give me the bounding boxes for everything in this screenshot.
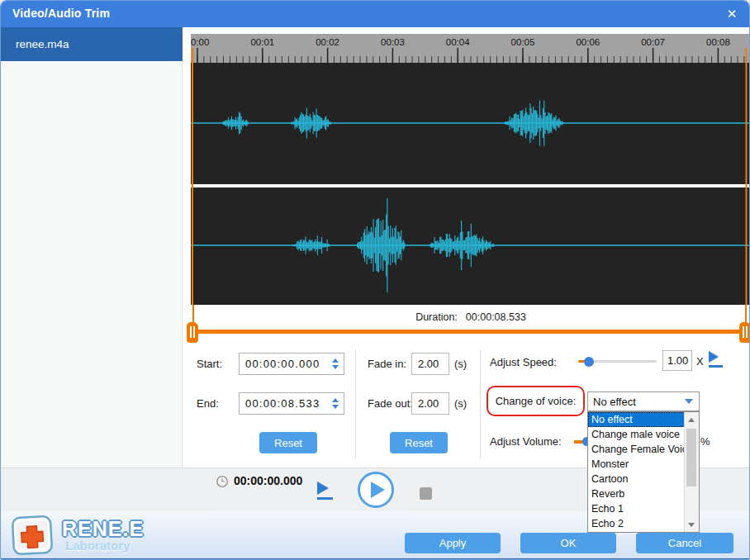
end-label: End:: [197, 397, 219, 410]
change-voice-highlight: Change of voice:: [487, 386, 585, 416]
brand-subtitle: Laboratory: [65, 539, 130, 553]
cancel-button[interactable]: Cancel: [636, 533, 733, 553]
stop-icon[interactable]: [420, 487, 432, 500]
brand-name: RENE.E: [62, 517, 144, 541]
voice-selected-value: No effect: [588, 396, 685, 408]
ruler-label: 00:05: [511, 37, 535, 47]
speed-slider[interactable]: [578, 355, 657, 367]
fade-in-label: Fade in:: [368, 358, 406, 370]
scrollbar-up-icon[interactable]: [685, 413, 698, 426]
end-spinner: [329, 398, 344, 409]
reset-fade-button[interactable]: Reset: [390, 432, 448, 453]
ruler-label: 00:07: [641, 37, 665, 47]
spinner-up-icon[interactable]: [332, 398, 339, 402]
speed-value-input[interactable]: 1.00: [662, 350, 692, 371]
fade-out-unit: (s): [454, 397, 467, 410]
ruler-label: 00:08: [706, 37, 730, 47]
duration-label: Duration:: [415, 311, 458, 323]
grip-line: [746, 326, 748, 338]
play-triangle: [317, 482, 329, 495]
file-list-sidebar: renee.m4a: [1, 27, 183, 467]
play-underline: [709, 365, 723, 368]
end-time-input[interactable]: 00:00:08.533: [239, 392, 344, 415]
voice-option[interactable]: No effect: [588, 412, 685, 427]
play-underline: [317, 497, 333, 500]
fade-in-unit: (s): [454, 358, 467, 370]
fade-out-label: Fade out:: [368, 397, 413, 410]
ruler-label: 00:03: [381, 37, 405, 47]
start-time-value: 00:00:00.000: [240, 358, 329, 370]
chevron-down-icon: [685, 399, 693, 404]
spinner-down-icon[interactable]: [332, 365, 339, 369]
trim-handle-right[interactable]: [739, 322, 750, 343]
voice-option[interactable]: Change Female Voice: [588, 442, 685, 457]
video-audio-trim-dialog: Video/Audio Trim ✕ renee.m4a 00:0000:010…: [0, 0, 750, 560]
scrollbar-down-icon[interactable]: [685, 518, 698, 531]
divider: [480, 349, 481, 459]
grip-line: [743, 326, 744, 338]
apply-button[interactable]: Apply: [405, 533, 501, 553]
ruler-label: 00:00: [191, 37, 209, 47]
start-label: Start:: [197, 358, 222, 370]
play-button[interactable]: [358, 472, 394, 508]
voice-option[interactable]: Change male voice: [588, 427, 685, 442]
divider: [355, 349, 356, 459]
voice-option[interactable]: Echo 2: [588, 516, 685, 531]
grip-line: [190, 326, 192, 338]
ruler-label: 00:02: [316, 37, 339, 47]
end-time-value: 00:00:08.533: [240, 397, 329, 410]
voice-options-list: No effectChange male voiceChange Female …: [587, 411, 700, 533]
trim-handle-left[interactable]: [187, 322, 198, 343]
speed-unit: X: [696, 355, 704, 368]
spinner-down-icon[interactable]: [332, 405, 339, 409]
plus-key-icon: [9, 514, 57, 558]
clock-icon: [216, 475, 229, 488]
spinner-up-icon[interactable]: [332, 358, 339, 363]
start-time-input[interactable]: 00:00:00.000: [239, 353, 344, 375]
fade-out-input[interactable]: 2.00: [411, 392, 449, 415]
adjust-volume-label: Adjust Volume:: [490, 435, 562, 448]
grip-line: [193, 326, 195, 338]
brand-logo: RENE.E Laboratory: [9, 514, 199, 558]
voice-select[interactable]: No effect: [587, 392, 700, 411]
speed-slider-thumb[interactable]: [584, 357, 594, 367]
ruler-label: 00:06: [576, 37, 600, 47]
ok-button[interactable]: OK: [520, 533, 616, 553]
trim-range-bar[interactable]: [193, 330, 747, 334]
play-selection-icon[interactable]: [317, 482, 333, 500]
duration-row: Duration: 00:00:08.533: [191, 305, 750, 329]
waveform-panel[interactable]: 00:0000:0100:0200:0300:0400:0500:0600:07…: [191, 34, 750, 305]
waveform-svg: 00:0000:0100:0200:0300:0400:0500:0600:07…: [191, 34, 750, 305]
reset-trim-button[interactable]: Reset: [259, 432, 317, 453]
preview-speed-play-icon[interactable]: [709, 351, 723, 368]
adjust-speed-label: Adjust Speed:: [490, 356, 557, 368]
change-voice-label: Change of voice:: [496, 395, 577, 407]
ruler-label: 00:04: [446, 37, 470, 47]
voice-option[interactable]: Monster: [588, 457, 685, 472]
scrollbar-thumb[interactable]: [686, 429, 696, 486]
voice-option[interactable]: Echo 1: [588, 501, 685, 516]
voice-option[interactable]: Cartoon: [588, 472, 685, 486]
playback-time: 00:00:00.000: [234, 474, 302, 487]
volume-unit: %: [700, 435, 710, 448]
dialog-title: Video/Audio Trim: [12, 7, 110, 20]
start-spinner: [329, 358, 344, 369]
ruler-label: 00:01: [250, 37, 274, 47]
play-triangle: [709, 351, 719, 363]
play-icon: [371, 482, 385, 498]
duration-value: 00:00:08.533: [466, 311, 526, 323]
close-icon[interactable]: ✕: [723, 5, 741, 23]
voice-option[interactable]: Reverb: [588, 486, 685, 501]
sidebar-item-file[interactable]: renee.m4a: [1, 27, 183, 61]
fade-in-input[interactable]: 2.00: [411, 353, 449, 375]
list-scrollbar[interactable]: [684, 412, 699, 532]
title-bar: Video/Audio Trim ✕: [1, 1, 750, 27]
